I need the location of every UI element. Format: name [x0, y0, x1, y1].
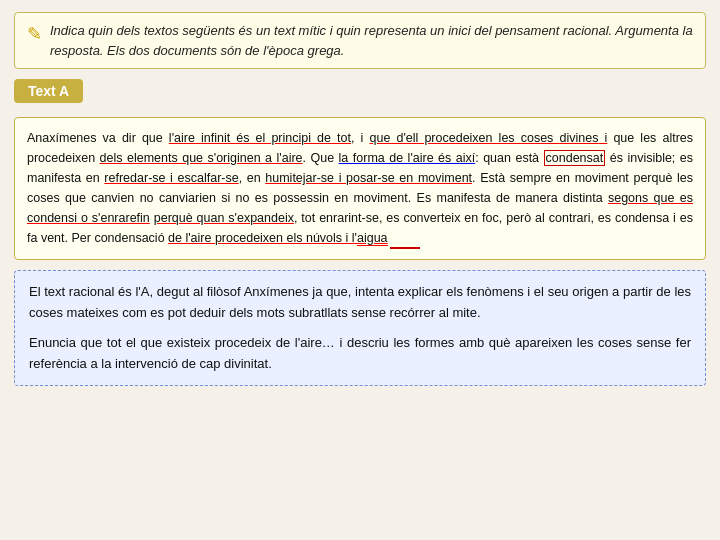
underline-3: dels elements que s'originen a l'aire [100, 151, 303, 165]
underline-9: de l'aire procedeixen els núvols i l'aig… [168, 231, 388, 246]
answer-paragraph-1: El text racional és l'A, degut al filòso… [29, 281, 691, 324]
instruction-text: Indica quin dels textos següents és un t… [50, 21, 693, 60]
text-a-content: Anaxímenes va dir que l'aire infinit és … [27, 131, 693, 245]
underline-6: humitejar-se i posar-se en moviment [265, 171, 472, 185]
answer-paragraph-2: Enuncia que tot el que existeix procedei… [29, 332, 691, 375]
instruction-box: ✎ Indica quin dels textos següents és un… [14, 12, 706, 69]
underline-7: segons que es condensi o s'enrarefin [27, 191, 693, 225]
underline-1: l'aire infinit és el principi de tot [169, 131, 351, 145]
text-a-label: Text A [14, 79, 83, 103]
underline-8: perquè quan s'expandeix [154, 211, 294, 225]
underline-5: refredar-se i escalfar-se [104, 171, 238, 185]
underline-4: la forma de l'aire és així [339, 151, 476, 165]
answer-box: El text racional és l'A, degut al filòso… [14, 270, 706, 386]
text-a-box: Anaxímenes va dir que l'aire infinit és … [14, 117, 706, 260]
boxed-condensat: condensat [544, 150, 606, 166]
underline-2: que d'ell procedeixen les coses divines … [370, 131, 608, 145]
instruction-icon: ✎ [27, 23, 42, 45]
text-label-row: Text A [14, 79, 706, 103]
page-wrapper: ✎ Indica quin dels textos següents és un… [0, 0, 720, 540]
